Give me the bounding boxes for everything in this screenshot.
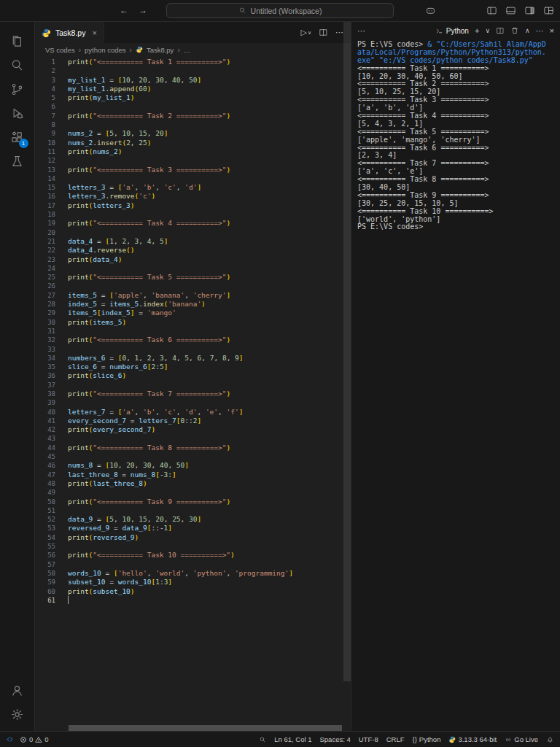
code-line[interactable]: 22data_4.reverse() — [35, 246, 351, 255]
code-line[interactable]: 35slice_6 = numbers_6[2:5] — [35, 363, 351, 371]
copilot-icon[interactable] — [425, 5, 436, 16]
code-line[interactable]: 50print("<========== Task 9 ==========>"… — [35, 498, 351, 506]
code-line[interactable]: 57 — [35, 560, 351, 569]
code-line[interactable]: 36print(slice_6) — [35, 371, 351, 380]
code-line[interactable]: 21data_4 = [1, 2, 3, 4, 5] — [35, 237, 351, 246]
language-indicator[interactable]: {} Python — [412, 735, 440, 743]
notifications-bell-icon[interactable] — [546, 735, 554, 743]
code-line[interactable]: 18 — [35, 210, 351, 219]
code-line[interactable]: 33 — [35, 345, 351, 354]
settings-button[interactable] — [6, 703, 29, 727]
close-panel-icon[interactable]: × — [550, 26, 554, 35]
code-line[interactable]: 52data_9 = [5, 10, 15, 20, 25, 30] — [35, 515, 351, 524]
code-line[interactable]: 45 — [35, 452, 351, 461]
breadcrumb-subfolder[interactable]: python codes — [85, 46, 126, 54]
code-line[interactable]: 56print("<========== Task 10 ==========>… — [35, 551, 351, 560]
code-line[interactable]: 25print("<========== Task 5 ==========>"… — [35, 273, 351, 282]
code-line[interactable]: 6 — [35, 102, 351, 111]
code-line[interactable]: 28index_5 = items_5.index('banana') — [35, 300, 351, 309]
code-line[interactable]: 23print(data_4) — [35, 255, 351, 264]
code-line[interactable]: 8 — [35, 120, 351, 129]
code-line[interactable]: 34numbers_6 = [0, 1, 2, 3, 4, 5, 6, 7, 8… — [35, 354, 351, 363]
encoding-indicator[interactable]: UTF-8 — [359, 735, 378, 743]
go-live-button[interactable]: Go Live — [505, 735, 538, 743]
zoom-indicator[interactable] — [259, 736, 266, 743]
forward-icon[interactable]: → — [139, 5, 147, 15]
sidebar-item-source-control[interactable] — [6, 77, 29, 101]
close-tab-icon[interactable]: × — [92, 28, 96, 37]
panel-views-more-icon[interactable]: ⋯ — [357, 26, 365, 36]
split-terminal-icon[interactable] — [496, 26, 505, 35]
code-line[interactable]: 54print(reversed_9) — [35, 533, 351, 542]
code-line[interactable]: 13print("<========== Task 3 ==========>"… — [35, 166, 351, 174]
terminal-tab-python[interactable]: Python — [435, 27, 469, 35]
code-line[interactable]: 61 — [35, 596, 351, 605]
code-line[interactable]: 58words_10 = ['hello', 'world', 'python'… — [35, 569, 351, 578]
code-line[interactable]: 43 — [35, 434, 351, 443]
sidebar-item-extensions[interactable]: 1 — [6, 125, 29, 150]
code-line[interactable]: 1print("<========== Task 1 ==========>") — [35, 58, 351, 66]
eol-indicator[interactable]: CRLF — [386, 735, 405, 743]
split-editor-icon[interactable] — [319, 28, 328, 37]
run-python-file-button[interactable]: ▷∨ — [300, 28, 311, 37]
terminal-output[interactable]: PS E:\VS codes> & "C:/Users/Sahil Alam/A… — [351, 39, 560, 731]
toggle-panel-icon[interactable] — [505, 5, 516, 16]
code-line[interactable]: 11print(nums_2) — [35, 147, 351, 156]
terminal-profile-chevron-icon[interactable]: ∨ — [485, 27, 490, 34]
sidebar-item-explorer[interactable] — [6, 29, 29, 53]
code-line[interactable]: 47last_three_8 = nums_8[-3:] — [35, 471, 351, 479]
breadcrumb-file[interactable]: Task8.py — [147, 46, 174, 54]
sidebar-item-run-debug[interactable] — [6, 101, 29, 125]
code-line[interactable]: 60print(subset_10) — [35, 587, 351, 596]
code-line[interactable]: 15letters_3 = ['a', 'b', 'c', 'd'] — [35, 183, 351, 192]
code-line[interactable]: 26 — [35, 282, 351, 290]
account-button[interactable] — [6, 678, 29, 703]
code-line[interactable]: 40letters_7 = ['a', 'b', 'c', 'd', 'e', … — [35, 408, 351, 417]
code-line[interactable]: 17print(letters_3) — [35, 201, 351, 210]
code-line[interactable]: 31 — [35, 327, 351, 336]
toggle-primary-sidebar-icon[interactable] — [486, 5, 497, 16]
code-line[interactable]: 53reversed_9 = data_9[::-1] — [35, 524, 351, 533]
breadcrumb-folder[interactable]: VS codes — [45, 46, 75, 54]
editor[interactable]: 1print("<========== Task 1 ==========>")… — [35, 56, 351, 731]
sidebar-item-search[interactable] — [6, 53, 29, 77]
editor-horizontal-scrollbar[interactable] — [69, 725, 342, 731]
customize-layout-icon[interactable] — [543, 5, 554, 16]
back-icon[interactable]: ← — [120, 5, 128, 15]
code-line[interactable]: 24 — [35, 264, 351, 273]
code-line[interactable]: 39 — [35, 398, 351, 407]
code-line[interactable]: 4my_list_1.append(60) — [35, 85, 351, 93]
workspace-search-box[interactable]: Untitled (Workspace) — [166, 3, 394, 18]
code-line[interactable]: 32print("<========== Task 6 ==========>"… — [35, 336, 351, 344]
code-line[interactable]: 10nums_2.insert(2, 25) — [35, 139, 351, 147]
code-line[interactable]: 37 — [35, 381, 351, 390]
code-line[interactable]: 12 — [35, 156, 351, 165]
problems-indicator[interactable]: 0 0 — [20, 735, 49, 743]
code-line[interactable]: 2 — [35, 66, 351, 75]
kill-terminal-icon[interactable] — [510, 26, 519, 35]
tab-task8py[interactable]: Task8.py × — [35, 22, 104, 43]
editor-more-actions-icon[interactable]: ⋯ — [335, 28, 343, 37]
code-line[interactable]: 5print(my_list_1) — [35, 93, 351, 102]
run-dropdown-chevron-icon[interactable]: ∨ — [308, 30, 311, 36]
indentation-indicator[interactable]: Spaces: 4 — [320, 735, 351, 743]
editor-vertical-scrollbar[interactable] — [343, 22, 351, 724]
code-line[interactable]: 41every_second_7 = letters_7[0::2] — [35, 417, 351, 425]
code-line[interactable]: 49 — [35, 488, 351, 497]
code-line[interactable]: 20 — [35, 228, 351, 237]
code-line[interactable]: 19print("<========== Task 4 ==========>"… — [35, 219, 351, 228]
code-line[interactable]: 16letters_3.remove('c') — [35, 192, 351, 201]
code-line[interactable]: 44print("<========== Task 8 ==========>"… — [35, 444, 351, 452]
code-line[interactable]: 46nums_8 = [10, 20, 30, 40, 50] — [35, 461, 351, 470]
code-line[interactable]: 48print(last_three_8) — [35, 479, 351, 488]
code-line[interactable]: 38print("<========== Task 7 ==========>"… — [35, 390, 351, 398]
code-line[interactable]: 59subset_10 = words_10[1:3] — [35, 578, 351, 587]
breadcrumb-symbol[interactable]: … — [184, 46, 191, 54]
sidebar-item-testing[interactable] — [6, 150, 29, 174]
toggle-secondary-sidebar-icon[interactable] — [524, 5, 535, 16]
code-line[interactable]: 7print("<========== Task 2 ==========>") — [35, 112, 351, 120]
python-interpreter-indicator[interactable]: 3.13.3 64-bit — [448, 735, 497, 743]
term-line[interactable]: PS E:\VS codes> — [357, 223, 557, 231]
code-line[interactable]: 55 — [35, 542, 351, 551]
code-line[interactable]: 3my_list_1 = [10, 20, 30, 40, 50] — [35, 76, 351, 85]
